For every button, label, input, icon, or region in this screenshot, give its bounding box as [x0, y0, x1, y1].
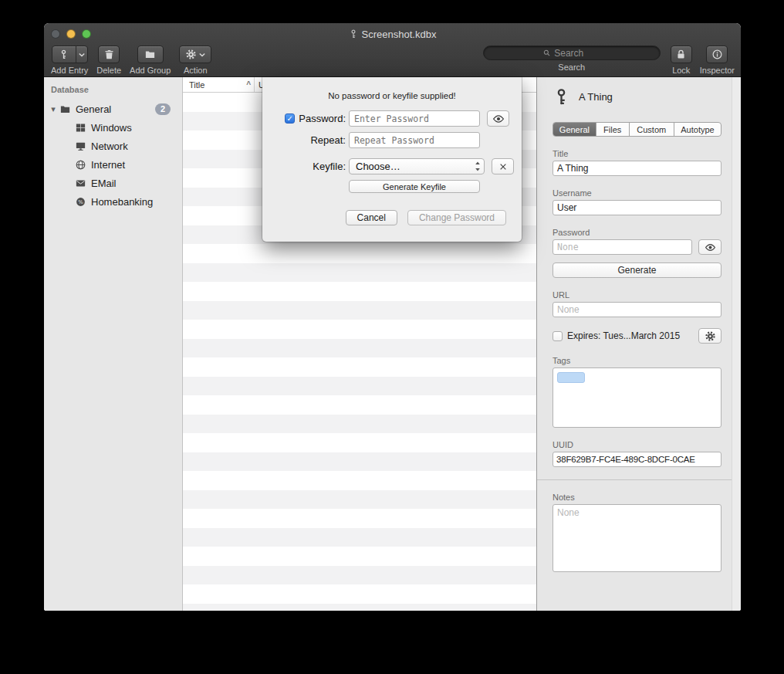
inspector-header: A Thing — [553, 85, 721, 108]
inspector-scrollbar[interactable] — [732, 77, 741, 611]
sidebar-header: Database — [44, 83, 182, 100]
expires-settings-button[interactable] — [698, 328, 721, 344]
traffic-lights — [51, 29, 91, 39]
title-field[interactable] — [553, 161, 721, 176]
search-input[interactable] — [554, 48, 600, 59]
password-row: ✓ Password: — [262, 110, 522, 127]
sidebar-item-label: Windows — [91, 122, 132, 134]
password-row — [553, 239, 721, 255]
titlebar: Screenshot.kdbx — [44, 23, 741, 45]
tab-files[interactable]: Files — [596, 123, 630, 136]
eye-icon — [705, 242, 716, 253]
sidebar-item-email[interactable]: EMail — [44, 174, 182, 192]
add-entry-key-icon — [52, 46, 76, 63]
add-entry-label: Add Entry — [51, 66, 88, 75]
sidebar-item-network[interactable]: Network — [44, 137, 182, 155]
window-title-text: Screenshot.kdbx — [362, 29, 437, 40]
tag-token[interactable] — [557, 372, 585, 383]
keyfile-label: Keyfile: — [278, 161, 346, 172]
notes-field[interactable] — [553, 504, 721, 572]
tab-autotype[interactable]: Autotype — [674, 123, 721, 136]
sidebar-item-general[interactable]: ▾ General 2 — [44, 100, 182, 118]
windows-icon — [75, 122, 86, 134]
expires-label: Expires: Tues...March 2015 — [567, 330, 680, 341]
window-header: Screenshot.kdbx Add Entry Delete Add Gro… — [44, 23, 741, 77]
add-entry-button[interactable] — [52, 46, 88, 63]
enter-password-field[interactable] — [349, 110, 480, 127]
minimize-button[interactable] — [66, 29, 76, 39]
reveal-password-button[interactable] — [487, 110, 509, 127]
app-window: Screenshot.kdbx Add Entry Delete Add Gro… — [44, 23, 741, 611]
url-label: URL — [553, 290, 721, 300]
delete-label: Delete — [96, 66, 121, 75]
delete-button[interactable] — [98, 46, 120, 63]
password-label-group: ✓ Password: — [278, 113, 346, 124]
inspector-button[interactable] — [706, 46, 728, 63]
uuid-field[interactable] — [553, 452, 721, 467]
expires-row: Expires: Tues...March 2015 — [553, 328, 721, 344]
lock-label: Lock — [672, 66, 690, 75]
gear-icon — [185, 49, 197, 60]
clear-keyfile-button[interactable] — [492, 158, 514, 174]
cancel-button[interactable]: Cancel — [346, 210, 397, 225]
username-label: Username — [553, 188, 721, 198]
network-icon — [75, 141, 86, 152]
close-button[interactable] — [51, 29, 60, 39]
sidebar-item-label: Network — [91, 141, 128, 152]
tab-general[interactable]: General — [553, 123, 596, 136]
expires-checkbox[interactable] — [553, 331, 563, 341]
zoom-button[interactable] — [82, 29, 91, 39]
tags-box[interactable] — [553, 367, 721, 428]
action-group: Action — [179, 46, 211, 75]
sort-ascending-icon: ^ — [246, 80, 251, 89]
sidebar-item-label: Internet — [91, 159, 125, 171]
stepper-icon — [475, 161, 481, 171]
reveal-password-button[interactable] — [698, 239, 721, 255]
trash-icon — [103, 49, 115, 60]
generate-keyfile-row: Generate Keyfile — [262, 180, 522, 193]
username-field[interactable] — [553, 200, 721, 215]
column-header-title[interactable]: Title ^ — [183, 77, 255, 92]
action-button[interactable] — [179, 46, 211, 63]
add-group-button[interactable] — [137, 46, 164, 63]
sidebar-item-homebanking[interactable]: Homebanking — [44, 192, 182, 211]
sidebar-item-internet[interactable]: Internet — [44, 155, 182, 174]
change-password-button[interactable]: Change Password — [407, 210, 506, 225]
inspector-content: A Thing General Files Custom Autotype Ti… — [537, 77, 732, 611]
toolbar: Add Entry Delete Add Group Action — [44, 45, 741, 77]
lock-button[interactable] — [671, 46, 692, 63]
sidebar-item-windows[interactable]: Windows — [44, 118, 182, 137]
entry-count-badge: 2 — [155, 103, 171, 115]
keyfile-value: Choose… — [356, 161, 400, 172]
password-field[interactable] — [553, 239, 692, 255]
search-field[interactable] — [483, 46, 661, 60]
folder-icon — [59, 103, 71, 115]
document-key-icon — [349, 29, 358, 39]
generate-keyfile-button[interactable]: Generate Keyfile — [349, 180, 480, 193]
delete-group: Delete — [96, 46, 121, 75]
add-entry-dropdown[interactable] — [76, 46, 87, 63]
lock-icon — [675, 49, 687, 60]
keyfile-dropdown[interactable]: Choose… — [349, 158, 485, 174]
add-group-label: Add Group — [130, 66, 171, 75]
lock-group: Lock — [671, 46, 692, 75]
inspector-group: Inspector — [700, 46, 735, 75]
repeat-password-field[interactable] — [349, 132, 480, 148]
disclosure-triangle-icon[interactable]: ▾ — [47, 104, 59, 114]
search-icon — [542, 49, 551, 57]
url-field[interactable] — [553, 302, 721, 317]
generate-password-button[interactable]: Generate — [553, 262, 721, 278]
dialog-message: No password or keyfile supplied! — [262, 91, 522, 100]
password-label: Password: — [299, 113, 346, 124]
entry-key-icon — [553, 88, 570, 106]
tab-custom[interactable]: Custom — [630, 123, 674, 136]
keyfile-row: Keyfile: Choose… — [262, 158, 522, 174]
column-title-label: Title — [189, 80, 204, 90]
eye-icon — [492, 113, 505, 125]
add-entry-group: Add Entry — [51, 46, 88, 75]
password-checkbox[interactable]: ✓ — [285, 113, 295, 124]
sidebar-item-label: EMail — [91, 178, 117, 189]
inspector-panel: A Thing General Files Custom Autotype Ti… — [536, 77, 741, 611]
notes-label: Notes — [553, 493, 721, 502]
add-group-group: Add Group — [130, 46, 171, 75]
